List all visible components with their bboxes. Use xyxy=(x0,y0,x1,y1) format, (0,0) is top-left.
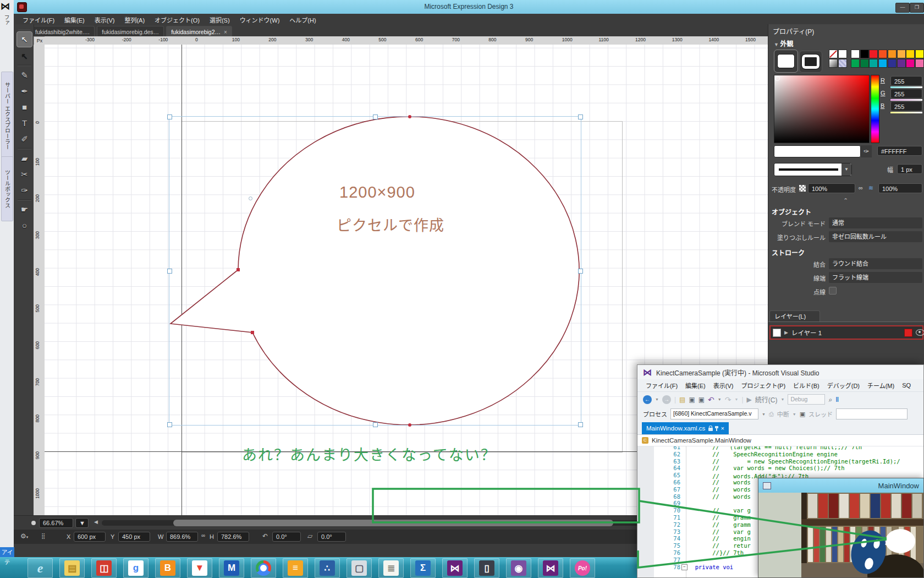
paintbrush-tool[interactable]: ✎ xyxy=(17,68,32,83)
selection-bounding-box[interactable] xyxy=(169,116,581,426)
taskbar-icon-notepad[interactable]: ≣ xyxy=(378,558,404,578)
text-tool[interactable]: T xyxy=(17,116,32,130)
pattern-swatch[interactable] xyxy=(838,59,847,68)
maximize-button[interactable]: ❐ xyxy=(910,3,924,13)
fill-rule-value[interactable]: 非ゼロ回転数ルール xyxy=(829,231,922,242)
ed-document-tab[interactable]: fukidashibig2white.… xyxy=(30,26,95,37)
selection-handle[interactable] xyxy=(167,114,172,119)
taskbar-icon-visual-studio-2[interactable]: ⋈ xyxy=(538,558,563,578)
taskbar-icon-camera-app[interactable]: ◉ xyxy=(506,558,531,578)
ed-menu-item[interactable]: ウィンドウ(W) xyxy=(235,14,284,26)
cap-value[interactable]: フラット線端 xyxy=(829,272,922,283)
code-line[interactable]: 62 // SpeechRecognitionEngine engine xyxy=(637,451,923,458)
palette-color-swatch[interactable] xyxy=(851,50,860,58)
registration-grid-icon[interactable]: ⣿ xyxy=(41,533,46,539)
opacity-field[interactable]: 100% xyxy=(808,183,855,193)
opacity2-field[interactable]: 100% xyxy=(878,183,922,193)
color-picker-area[interactable] xyxy=(774,75,870,143)
dash-checkbox[interactable] xyxy=(829,287,837,295)
taskbar-icon-chrome[interactable] xyxy=(251,558,276,578)
taskbar-icon-ie[interactable]: e xyxy=(28,558,53,578)
eraser-tool[interactable]: ▰ xyxy=(17,151,32,166)
stroke-swatch-button[interactable] xyxy=(799,51,822,73)
h-field[interactable]: 782.6% xyxy=(217,532,249,542)
rectangle-tool[interactable]: ■ xyxy=(17,100,32,114)
b-gradient-strip[interactable] xyxy=(890,112,922,113)
palette-color-swatch[interactable] xyxy=(888,59,897,68)
code-line[interactable]: 61 // (targetRi == null) return null;;//… xyxy=(637,446,923,451)
vs-menu-item[interactable]: SQ xyxy=(898,381,915,390)
taskbar-icon-blogger[interactable]: B xyxy=(155,558,180,578)
ed-document-tab[interactable]: fukidasimorebig.des… xyxy=(97,26,164,37)
taskbar-icon-explorer[interactable]: ▤ xyxy=(59,558,85,578)
vs-titlebar[interactable]: ⋈ KinectCameraSample (実行中) - Microsoft V… xyxy=(637,365,923,379)
path-anchor[interactable] xyxy=(408,423,411,427)
link-wh-icon[interactable]: ∞ xyxy=(201,532,205,538)
thread-combo[interactable] xyxy=(836,408,908,419)
palette-color-swatch[interactable] xyxy=(878,59,887,68)
palette-color-swatch[interactable] xyxy=(906,50,915,58)
vs-menu-item[interactable]: デバッグ(D) xyxy=(823,380,864,391)
r-field[interactable]: 255 xyxy=(890,76,922,86)
palette-color-swatch[interactable] xyxy=(915,50,924,58)
taskbar-icon-paws-app[interactable]: ∴ xyxy=(315,558,340,578)
find-icon[interactable]: ⌕ xyxy=(828,396,832,403)
rotate-icon[interactable]: ↶ xyxy=(262,532,268,540)
save-icon[interactable]: ▣ xyxy=(689,396,695,403)
pin-icon[interactable] xyxy=(716,426,717,431)
new-file-icon[interactable]: ▤ xyxy=(679,396,685,403)
taskbar-icon-movable-type[interactable]: M xyxy=(219,558,244,578)
selection-handle[interactable] xyxy=(167,269,172,274)
path-anchor[interactable] xyxy=(237,268,240,271)
zoom-level-field[interactable]: 66.67% xyxy=(39,518,73,528)
vs-menu-item[interactable]: チーム(M) xyxy=(864,380,898,391)
debug-config-combo[interactable]: Debug xyxy=(788,394,825,405)
direct-selection-tool[interactable]: ↖ xyxy=(17,48,32,63)
eyedropper-icon[interactable]: ✑ xyxy=(861,145,872,157)
palette-color-swatch[interactable] xyxy=(860,59,869,68)
process-combo[interactable]: [6860] KinectCameraSample.v xyxy=(670,408,758,419)
layer-visibility-eye-icon[interactable] xyxy=(916,329,924,336)
zoom-dropdown-button[interactable]: ▼ xyxy=(75,518,89,528)
palette-color-swatch[interactable] xyxy=(897,59,906,68)
vs-menu-item[interactable]: ビルド(B) xyxy=(789,380,823,391)
skew-icon[interactable]: ▱ xyxy=(307,532,312,540)
taskbar-icon-display-settings[interactable]: ▢ xyxy=(346,558,372,578)
ed-menu-item[interactable]: 整列(A) xyxy=(120,14,149,26)
kinect-titlebar[interactable]: MainWindow xyxy=(758,478,923,493)
hex-field[interactable]: #FFFFFF xyxy=(877,146,922,156)
selection-handle[interactable] xyxy=(578,422,583,427)
layer-row[interactable]: ▶ レイヤー 1 xyxy=(769,325,923,340)
redo-icon[interactable]: ↷ xyxy=(725,395,732,404)
save-all-icon[interactable]: ▣ xyxy=(698,396,705,403)
taskbar-icon-maps[interactable]: ▼ xyxy=(187,558,212,578)
code-line[interactable]: 63 // = new SpeechRecognitionEngine(targ… xyxy=(637,458,923,465)
rotation-field[interactable]: 0.0° xyxy=(272,532,301,542)
sidebar-tab-toolbox[interactable]: ツールボックス xyxy=(1,156,13,221)
continue-label[interactable]: 続行(C) xyxy=(755,395,778,404)
scroll-left-icon[interactable]: ◀ xyxy=(94,519,98,525)
eyedropper-tool[interactable]: ✑ xyxy=(17,183,32,198)
ed-menu-item[interactable]: 編集(E) xyxy=(60,14,89,26)
vs-menu-item[interactable]: プロジェクト(P) xyxy=(737,380,789,391)
w-field[interactable]: 869.6% xyxy=(166,532,198,542)
appearance-header[interactable]: ▼ 外観 xyxy=(774,39,793,48)
expand-triangle-icon[interactable]: ▶ xyxy=(784,330,788,335)
taskbar-icon-visual-studio-1[interactable]: ⋈ xyxy=(442,558,468,578)
vs-breadcrumb[interactable]: C KinectCameraSample.MainWindow xyxy=(637,434,923,446)
selection-handle[interactable] xyxy=(373,422,378,427)
join-value[interactable]: ラウンド結合 xyxy=(829,258,922,269)
layer-color-swatch[interactable] xyxy=(904,329,912,337)
fill-swatch-button[interactable] xyxy=(774,50,798,73)
close-icon[interactable]: × xyxy=(721,425,724,432)
x-field[interactable]: 600 px xyxy=(74,532,106,542)
sidebar-tab-server-explorer[interactable]: サーバー エクスプローラー xyxy=(1,72,13,160)
path-anchor[interactable] xyxy=(408,115,411,118)
code-line[interactable]: 64 // var words = new Choices();// 7th xyxy=(637,465,923,472)
layers-panel-title[interactable]: レイヤー(L) xyxy=(769,310,820,321)
g-gradient-strip[interactable] xyxy=(890,99,922,101)
close-icon[interactable]: × xyxy=(224,29,227,35)
current-color-bar[interactable] xyxy=(774,145,861,157)
palette-color-swatch[interactable] xyxy=(869,50,878,58)
g-field[interactable]: 255 xyxy=(890,89,922,99)
